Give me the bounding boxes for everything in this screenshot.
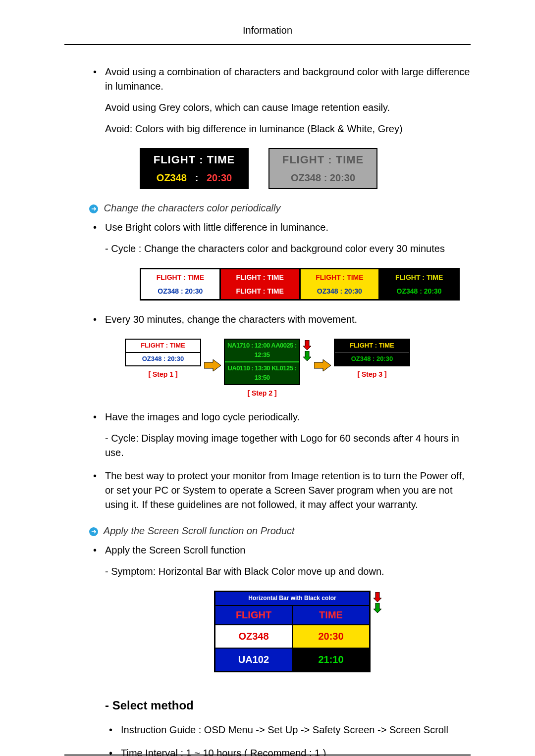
figure-scroll-table: Horizontal Bar with Black color FLIGHT T… (125, 591, 471, 672)
step1-top: FLIGHT : TIME (126, 340, 200, 352)
step1-bot: OZ348 : 20:30 (126, 352, 200, 365)
li-bright: Use Bright colors with little difference… (89, 220, 471, 301)
step2-bot: UA0110 : 13:30 KL0125 : 13:50 (225, 361, 299, 384)
step-2: NA1710 : 12:00 AA0025 : 12:35 UA0110 : 1… (224, 339, 300, 398)
step3-top: FLIGHT : TIME (335, 340, 409, 352)
r2: OZ348 : 20:30 (143, 286, 217, 296)
list-change: Use Bright colors with little difference… (89, 220, 471, 512)
time: 20:30 (293, 625, 369, 648)
scroll-arrows-icon (303, 340, 311, 360)
step3-bot: OZ348 : 20:30 (335, 352, 409, 365)
text-cycle: - Cycle : Change the characters color an… (105, 242, 471, 256)
r1: FLIGHT : TIME (143, 272, 217, 282)
figure-contrast-panels: FLIGHT : TIME OZ348 : 20:30 FLIGHT : TIM… (120, 148, 471, 189)
content: Avoid using a combination of characters … (64, 45, 471, 756)
r1: FLIGHT : TIME (382, 272, 456, 282)
sep: : (195, 172, 199, 183)
step-3: FLIGHT : TIME OZ348 : 20:30 [ Step 3 ] (334, 339, 410, 379)
fig4-row-2: UA102 21:10 (215, 648, 369, 671)
callout-text: Change the characters color periodically (104, 202, 281, 213)
fig4-head-row: FLIGHT TIME (215, 605, 369, 624)
panel-grey-head: FLIGHT : TIME (272, 152, 374, 168)
flight: UA102 (215, 649, 293, 671)
li-best: The best way to protect your monitor fro… (89, 469, 471, 512)
cell-yellow: FLIGHT : TIME OZ348 : 20:30 (301, 269, 380, 300)
svg-marker-1 (303, 340, 311, 350)
fig4-header: Horizontal Bar with Black color (215, 592, 369, 605)
text-logo-cycle: - Cycle: Display moving image together w… (105, 431, 471, 460)
step3-label: [ Step 3 ] (334, 369, 410, 379)
svg-marker-4 (374, 592, 381, 602)
li-avoid-combo: Avoid using a combination of characters … (89, 65, 471, 189)
text: Avoid using a combination of characters … (105, 66, 470, 92)
cell-white: FLIGHT : TIME OZ348 : 20:30 (141, 269, 221, 300)
li-logo: Have the images and logo cycle periodica… (89, 410, 471, 460)
r2: OZ348 : 20:30 (382, 286, 456, 296)
text: Use Bright colors with little difference… (105, 222, 328, 233)
fig4-row-1: OZ348 20:30 (215, 624, 369, 648)
li-instruction: Instruction Guide : OSD Menu -> Set Up -… (105, 723, 471, 737)
text: Instruction Guide : OSD Menu -> Set Up -… (121, 724, 448, 735)
col-flight: FLIGHT (215, 606, 293, 624)
panel-black-head: FLIGHT : TIME (144, 152, 245, 168)
svg-marker-5 (374, 603, 381, 613)
panel-grey: FLIGHT : TIME OZ348 : 20:30 (268, 148, 377, 189)
list-avoid: Avoid using a combination of characters … (89, 65, 471, 189)
li-move: Every 30 minutes, change the characters … (89, 312, 471, 398)
panel-grey-data: OZ348 : 20:30 (272, 171, 374, 185)
text: Have the images and logo cycle periodica… (105, 411, 300, 422)
text-symptom: - Symptom: Horizontal Bar with Black Col… (105, 564, 471, 579)
arrow-right-icon (314, 359, 331, 371)
flight-time: 20:30 (207, 172, 232, 183)
cell-black: FLIGHT : TIME OZ348 : 20:30 (380, 269, 458, 300)
arrow-right-icon (204, 359, 221, 371)
text: The best way to protect your monitor fro… (105, 470, 465, 510)
page-header: Information (64, 25, 471, 39)
figure-movement-steps: FLIGHT : TIME OZ348 : 20:30 [ Step 1 ] N… (125, 339, 471, 398)
callout-screen-scroll: ➜ Apply the Screen Scroll function on Pr… (89, 524, 471, 538)
col-time: TIME (293, 606, 369, 624)
svg-marker-2 (303, 351, 311, 361)
list-scroll: Apply the Screen Scroll function - Sympt… (89, 543, 471, 756)
panel-black-data: OZ348 : 20:30 (144, 171, 245, 185)
step2-top: NA1710 : 12:00 AA0025 : 12:35 (225, 340, 299, 361)
rule-bottom (64, 755, 471, 756)
heading-select-method: Select method (105, 697, 471, 714)
svg-marker-3 (314, 359, 331, 371)
r1: FLIGHT : TIME (303, 272, 377, 282)
step2-label: [ Step 2 ] (224, 388, 300, 398)
text: Apply the Screen Scroll function (105, 545, 246, 555)
panel-black: FLIGHT : TIME OZ348 : 20:30 (140, 148, 249, 189)
step-1: FLIGHT : TIME OZ348 : 20:30 [ Step 1 ] (125, 339, 201, 379)
svg-marker-0 (204, 359, 221, 371)
page: Information Avoid using a combination of… (0, 0, 535, 756)
text-grey: Avoid using Grey colors, which can cause… (105, 101, 471, 115)
scroll-arrows-icon (374, 592, 381, 612)
callout-text: Apply the Screen Scroll function on Prod… (104, 525, 295, 536)
list-select: Instruction Guide : OSD Menu -> Set Up -… (105, 723, 471, 756)
li-scroll: Apply the Screen Scroll function - Sympt… (89, 543, 471, 756)
time: 21:10 (293, 649, 369, 671)
text-colors: Avoid: Colors with big difference in lum… (105, 122, 471, 136)
figure-color-cycles: FLIGHT : TIME OZ348 : 20:30 FLIGHT : TIM… (120, 268, 471, 301)
arrow-circle-icon: ➜ (89, 527, 98, 536)
step1-label: [ Step 1 ] (125, 369, 201, 379)
flight: OZ348 (215, 625, 293, 648)
callout-change-color: ➜ Change the characters color periodical… (89, 201, 471, 215)
r2: FLIGHT : TIME (223, 286, 297, 296)
flight-code: OZ348 (157, 172, 187, 183)
arrow-circle-icon: ➜ (89, 204, 98, 213)
r1: FLIGHT : TIME (223, 272, 297, 282)
r2: OZ348 : 20:30 (303, 286, 377, 296)
text: Every 30 minutes, change the characters … (105, 314, 357, 325)
cell-red: FLIGHT : TIME FLIGHT : TIME (221, 269, 301, 300)
